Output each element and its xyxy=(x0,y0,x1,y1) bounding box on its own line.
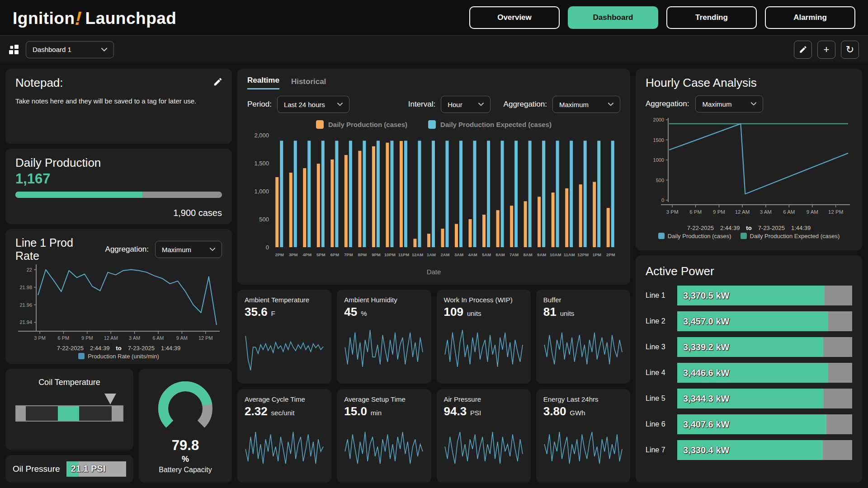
logo-ignition: Ignition xyxy=(13,9,75,28)
notepad-input[interactable]: Take notes here and they will be saved t… xyxy=(15,97,222,105)
svg-text:500: 500 xyxy=(259,216,269,223)
tile-sparkline xyxy=(444,321,524,377)
line1-aggregation-select[interactable]: Maximum xyxy=(155,241,222,258)
active-power-rows: Line 13,370.5 kWLine 23,457.0 kWLine 33,… xyxy=(646,286,852,460)
tab-realtime[interactable]: Realtime xyxy=(247,76,279,89)
power-bar-fill: 3,446.6 kW xyxy=(677,363,828,383)
power-bar-fill: 3,407.6 kW xyxy=(677,414,826,434)
svg-text:10AM: 10AM xyxy=(550,252,561,257)
tile-label: Average Cycle Time xyxy=(245,395,324,403)
svg-text:1000: 1000 xyxy=(653,157,664,163)
power-value: 3,330.4 kW xyxy=(677,445,729,455)
active-power-row-line-4: Line 43,446.6 kW xyxy=(646,363,852,383)
power-bar: 3,344.3 kW xyxy=(677,389,852,408)
svg-text:1AM: 1AM xyxy=(427,252,436,257)
tile-sparkline xyxy=(344,420,424,477)
tile-unit: F xyxy=(271,310,275,317)
hourly-aggregation-select[interactable]: Maximum xyxy=(695,95,763,113)
apps-grid-icon[interactable] xyxy=(9,45,19,54)
svg-text:8PM: 8PM xyxy=(358,252,367,257)
tile-unit: min xyxy=(371,409,382,417)
chevron-down-icon xyxy=(608,103,613,106)
tile-sparkline xyxy=(245,321,324,377)
power-value: 3,446.6 kW xyxy=(677,368,729,378)
add-dashboard-button[interactable]: + xyxy=(817,41,835,59)
power-value: 3,370.5 kW xyxy=(677,291,729,301)
svg-text:1PM: 1PM xyxy=(592,252,601,257)
svg-text:3 AM: 3 AM xyxy=(760,209,772,215)
hourly-title: Hourly Case Analysis xyxy=(646,76,852,90)
svg-text:11AM: 11AM xyxy=(564,252,575,257)
refresh-button[interactable]: ↻ xyxy=(841,41,859,59)
tile-value: 109 xyxy=(444,305,463,319)
svg-text:21.96: 21.96 xyxy=(19,302,32,308)
coil-linear-gauge xyxy=(15,405,123,422)
svg-text:6 PM: 6 PM xyxy=(689,209,702,215)
line1-prod-rate-chart: 2221.9821.9621.943 PM6 PM9 PM12 AM3 AM6 … xyxy=(15,263,221,342)
hourly-date-range: 7-22-20252:44:39to7-23-20251:44:39 xyxy=(687,225,811,231)
svg-text:11PM: 11PM xyxy=(398,252,409,257)
svg-text:12PM: 12PM xyxy=(577,252,589,257)
nav-dashboard[interactable]: Dashboard xyxy=(568,6,658,29)
nav-trending[interactable]: Trending xyxy=(666,6,757,29)
svg-text:9 AM: 9 AM xyxy=(807,209,818,215)
svg-text:6 PM: 6 PM xyxy=(58,335,70,341)
active-power-row-line-7: Line 73,330.4 kW xyxy=(646,440,852,460)
active-power-row-line-3: Line 33,339.2 kW xyxy=(646,337,852,357)
interval-select[interactable]: Hour xyxy=(441,96,491,113)
daily-production-fill xyxy=(15,192,142,198)
svg-text:1,000: 1,000 xyxy=(254,188,269,195)
svg-text:12 PM: 12 PM xyxy=(198,335,213,341)
tiles-grid: Ambient Temperature35.6FAmbient Humidity… xyxy=(237,290,630,483)
power-bar-fill: 3,344.3 kW xyxy=(677,389,824,408)
battery-value: 79.8 xyxy=(172,437,199,454)
svg-text:6AM: 6AM xyxy=(496,252,505,257)
battery-label: Battery Capacity xyxy=(159,466,212,474)
aggregation-select[interactable]: Maximum xyxy=(552,96,620,113)
chevron-down-icon xyxy=(337,103,343,106)
daily-production-card: Daily Production 1,167 1,900 cases xyxy=(5,149,232,224)
svg-text:2PM: 2PM xyxy=(275,252,284,257)
coil-gauge-marker xyxy=(104,394,116,404)
legend-item-daily-production-expected-cases: Daily Production Expected (cases) xyxy=(741,233,840,239)
tile-average-setup-time: Average Setup Time15.0min xyxy=(337,389,431,483)
daily-production-progress xyxy=(15,192,222,198)
notepad-edit-icon[interactable] xyxy=(213,77,223,89)
interval-value: Hour xyxy=(448,101,462,108)
power-bar-fill: 3,339.2 kW xyxy=(677,337,823,357)
svg-text:2000: 2000 xyxy=(653,117,664,122)
tile-unit: PSI xyxy=(470,409,481,417)
period-select[interactable]: Last 24 hours xyxy=(277,96,349,113)
coil-gauge-segment xyxy=(112,406,123,421)
svg-text:9 PM: 9 PM xyxy=(81,335,93,341)
svg-text:21.94: 21.94 xyxy=(19,319,32,325)
hourly-aggregation-value: Maximum xyxy=(702,100,731,108)
svg-text:4PM: 4PM xyxy=(303,252,312,257)
daily-production-value: 1,167 xyxy=(15,171,222,187)
coil-gauge-segment xyxy=(16,406,26,421)
edit-dashboard-button[interactable] xyxy=(794,41,812,59)
legend-swatch xyxy=(316,120,324,129)
dashboard-toolbar: Dashboard 1 + ↻ xyxy=(0,35,868,63)
active-power-row-line-5: Line 53,344.3 kW xyxy=(646,389,852,408)
left-column: Notepad: Take notes here and they will b… xyxy=(5,69,232,483)
svg-text:3 PM: 3 PM xyxy=(666,209,679,215)
tab-historical[interactable]: Historical xyxy=(291,77,326,89)
production-chart-card: RealtimeHistorical Period: Last 24 hours… xyxy=(237,69,630,285)
power-bar: 3,370.5 kW xyxy=(677,286,852,305)
nav-overview[interactable]: Overview xyxy=(469,6,560,29)
svg-text:12 PM: 12 PM xyxy=(828,209,843,215)
svg-text:1,500: 1,500 xyxy=(254,160,269,167)
notepad-card: Notepad: Take notes here and they will b… xyxy=(5,69,232,144)
tile-label: Energy Last 24hrs xyxy=(543,395,623,403)
power-bar: 3,330.4 kW xyxy=(677,440,852,460)
svg-text:4AM: 4AM xyxy=(468,252,477,257)
legend-swatch xyxy=(658,233,665,239)
line1-title: Line 1 Prod Rate xyxy=(15,236,99,263)
tile-value: 15.0 xyxy=(344,404,367,418)
nav-alarming[interactable]: Alarming xyxy=(765,6,855,29)
logo-launchpad: Launchpad xyxy=(85,9,177,28)
dashboard-picker[interactable]: Dashboard 1 xyxy=(26,41,114,58)
legend-item-daily-production-cases: Daily Production (cases) xyxy=(316,120,407,129)
tile-label: Average Setup Time xyxy=(344,395,424,403)
